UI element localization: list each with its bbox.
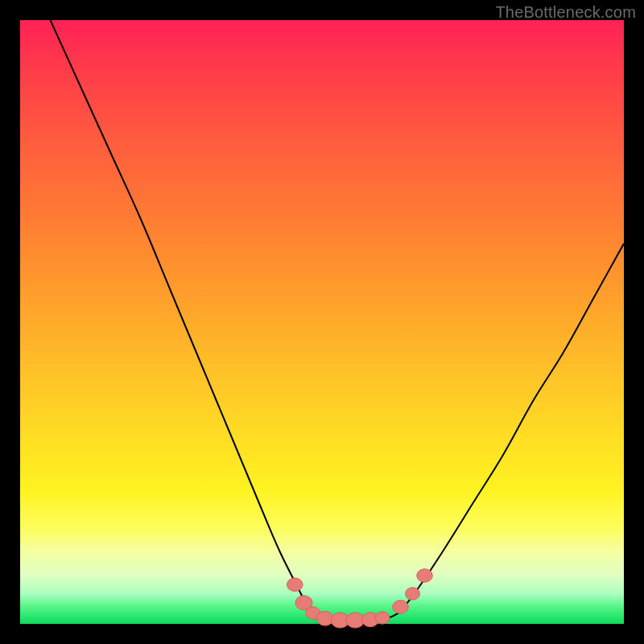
- chart-frame: TheBottleneck.com: [0, 0, 644, 644]
- curve-right-branch: [401, 244, 625, 613]
- highlight-marker: [393, 601, 409, 614]
- curve-left-branch: [51, 20, 311, 612]
- watermark-text: TheBottleneck.com: [495, 3, 636, 22]
- highlight-marker: [375, 612, 390, 624]
- highlight-marker: [417, 569, 433, 583]
- highlighted-points-group: [287, 569, 433, 628]
- highlight-marker: [406, 588, 420, 600]
- highlight-marker: [287, 578, 303, 592]
- chart-svg: [20, 20, 624, 624]
